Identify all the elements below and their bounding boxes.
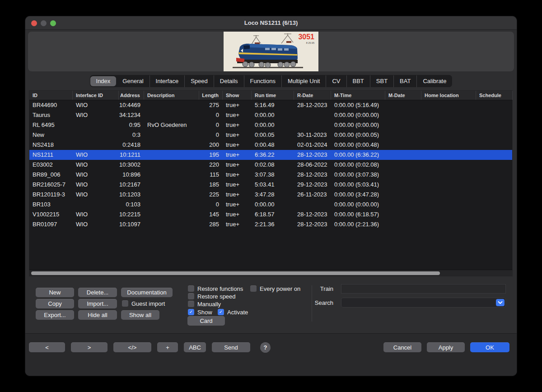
card-button[interactable]: Card: [187, 316, 225, 326]
loco-image: 3051 8 25.95: [224, 32, 318, 71]
copy-button[interactable]: Copy: [36, 299, 74, 308]
minimize-button[interactable]: [41, 20, 47, 26]
apply-button[interactable]: Apply: [427, 342, 465, 352]
next-button[interactable]: >: [71, 342, 107, 352]
help-button[interactable]: ?: [260, 342, 271, 353]
tab-calibrate[interactable]: Calibrate: [416, 75, 452, 87]
plus-button[interactable]: +: [157, 342, 178, 352]
tab-cv[interactable]: CV: [326, 75, 346, 87]
cell: [73, 200, 119, 210]
manually-option[interactable]: ✓ Manually: [188, 300, 221, 308]
prev-button[interactable]: <: [29, 342, 65, 352]
hide-all-button[interactable]: Hide all: [78, 310, 117, 320]
guest-import-option[interactable]: ✓ Guest import: [122, 300, 165, 307]
table-row[interactable]: NS1211WIO10:1211195true+6:36.2228-12-202…: [29, 150, 512, 160]
table-row[interactable]: RL 64950:95RvO Goederen0true+0:00.000:00…: [29, 120, 512, 130]
cell: 0:00.00 (0:00.00): [331, 120, 385, 130]
cell: [294, 120, 331, 130]
code-button[interactable]: </>: [113, 342, 151, 352]
tab-multiple-unit[interactable]: Multiple Unit: [281, 75, 326, 87]
window-title: Loco NS1211 (6/13): [25, 19, 517, 26]
cell: 5:03.41: [252, 180, 294, 190]
table-row[interactable]: BR120119-3WIO10:1203225true+3:47.2826-11…: [29, 190, 512, 200]
column-header-show[interactable]: Show: [223, 91, 252, 100]
column-header-r-date[interactable]: R-Date: [294, 91, 331, 100]
restore-speed-checkbox[interactable]: ✓: [188, 293, 194, 299]
cell: WIO: [73, 190, 119, 200]
scrollbar-thumb[interactable]: [31, 271, 440, 275]
tab-functions[interactable]: Functions: [244, 75, 281, 87]
table-row[interactable]: BR1030:1030true+0:00.000:00.00 (0:00.00): [29, 200, 512, 210]
train-field[interactable]: [341, 284, 506, 294]
cell: Taurus: [29, 110, 73, 120]
every-power-on-checkbox[interactable]: ✓: [250, 285, 257, 292]
show-option[interactable]: ✓ Show: [188, 308, 212, 316]
tab-speed[interactable]: Speed: [184, 75, 214, 87]
table-row[interactable]: E03002WIO10:3002220true+0:02.0828-06-202…: [29, 160, 512, 170]
tab-interface[interactable]: Interface: [150, 75, 185, 87]
manually-checkbox[interactable]: ✓: [188, 301, 194, 307]
export-button[interactable]: Export...: [36, 310, 74, 320]
table-row[interactable]: NS24180:2418200true+0:00.4802-01-20240:0…: [29, 140, 512, 150]
documentation-button[interactable]: Documentation: [121, 288, 173, 297]
guest-import-label: Guest import: [131, 300, 165, 307]
cell: 6:18.57: [252, 210, 294, 219]
tab-general[interactable]: General: [117, 75, 149, 87]
cell: [385, 190, 421, 200]
tab-details[interactable]: Details: [214, 75, 244, 87]
column-header-home-location[interactable]: Home location: [421, 91, 476, 100]
horizontal-scrollbar[interactable]: [29, 270, 512, 276]
tab-sbt[interactable]: SBT: [370, 75, 393, 87]
cell: [476, 120, 513, 130]
show-checkbox[interactable]: ✓: [188, 309, 194, 315]
cancel-button[interactable]: Cancel: [383, 342, 421, 352]
search-dropdown[interactable]: [341, 298, 506, 308]
zoom-button[interactable]: [50, 20, 56, 26]
column-header-address[interactable]: Address: [119, 91, 144, 100]
column-header-interface-id[interactable]: Interface ID: [73, 91, 119, 100]
column-header-schedule[interactable]: Schedule: [476, 91, 513, 100]
restore-functions-checkbox[interactable]: ✓: [188, 285, 194, 292]
column-header-m-date[interactable]: M-Date: [385, 91, 421, 100]
table-row[interactable]: BR44690WIO10:4469275true+5:16.4928-12-20…: [29, 100, 512, 110]
column-header-run-time[interactable]: Run time: [252, 91, 294, 100]
title-bar[interactable]: Loco NS1211 (6/13): [25, 16, 517, 30]
cell: [476, 180, 513, 190]
table-row[interactable]: BR216025-7WIO10:2167185true+5:03.4129-12…: [29, 180, 512, 190]
tab-bat[interactable]: BAT: [393, 75, 416, 87]
show-all-button[interactable]: Show all: [121, 310, 159, 320]
activate-checkbox[interactable]: ✓: [218, 309, 224, 315]
guest-import-checkbox[interactable]: ✓: [122, 300, 128, 307]
table-row[interactable]: BR01097WIO10:1097285true+2:21.3628-12-20…: [29, 219, 512, 229]
send-button[interactable]: Send: [212, 342, 250, 352]
cell: RL 6495: [29, 120, 73, 130]
table-row[interactable]: TaurusWIO34:12340true+0:00.000:00.00 (0:…: [29, 110, 512, 120]
activate-option[interactable]: ✓ Activate: [218, 308, 248, 316]
cell: [421, 140, 476, 150]
ok-button[interactable]: OK: [470, 342, 509, 352]
tab-bbt[interactable]: BBT: [346, 75, 370, 87]
train-label: Train: [297, 285, 333, 292]
import-button[interactable]: Import...: [78, 299, 117, 308]
abc-button[interactable]: ABC: [184, 342, 206, 352]
column-header-description[interactable]: Description: [144, 91, 199, 100]
tab-index[interactable]: Index: [90, 76, 117, 86]
close-button[interactable]: [31, 20, 37, 26]
restore-speed-option[interactable]: ✓ Restore speed: [188, 293, 236, 300]
every-power-on-option[interactable]: ✓ Every power on: [250, 285, 300, 292]
cell: 185: [199, 180, 223, 190]
cell: [144, 150, 199, 160]
column-header-m-time[interactable]: M-Time: [331, 91, 385, 100]
column-header-length[interactable]: Length: [199, 91, 223, 100]
cell: 0:00.00 (0:00.48): [331, 140, 385, 150]
chevron-down-icon[interactable]: [496, 299, 505, 306]
restore-functions-option[interactable]: ✓ Restore functions: [188, 285, 243, 292]
column-header-id[interactable]: ID: [29, 91, 73, 100]
table-row[interactable]: BR89_006WIO10:896115true+3:07.3828-12-20…: [29, 170, 512, 180]
restore-speed-label: Restore speed: [197, 293, 236, 300]
table-row[interactable]: New0:30true+0:00.0530-11-20230:00.00 (0:…: [29, 130, 512, 140]
cell: 220: [199, 160, 223, 170]
new-button[interactable]: New: [36, 288, 74, 297]
table-row[interactable]: V1002215WIO10:2215145true+6:18.5728-12-2…: [29, 210, 512, 219]
delete-button[interactable]: Delete...: [78, 288, 117, 297]
